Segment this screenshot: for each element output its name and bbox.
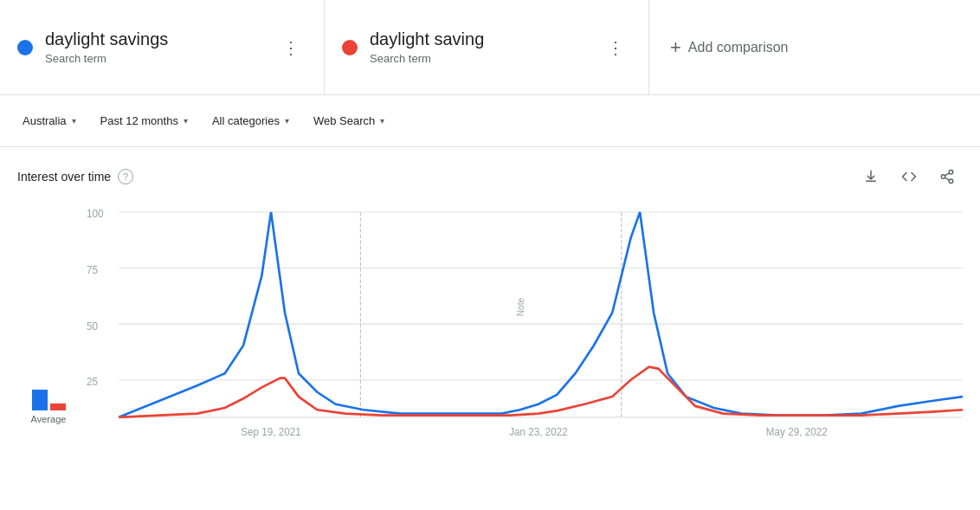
search-terms-bar: daylight savings Search term ⋮ daylight … [0,0,980,95]
term2-text: daylight saving Search term [370,29,588,65]
categories-chevron-icon: ▾ [285,116,289,126]
term1-menu-button[interactable]: ⋮ [275,32,306,63]
embed-icon [901,169,917,184]
blue-line [119,212,963,417]
search-term-1: daylight savings Search term ⋮ [0,0,325,94]
plus-icon: + [670,36,681,59]
term2-menu-button[interactable]: ⋮ [600,32,631,63]
y-label-75: 75 [87,264,98,275]
help-char: ? [123,171,128,182]
main-content: Interest over time ? [0,147,980,443]
red-line [119,367,963,417]
term1-name: daylight savings [45,29,263,49]
search-type-label: Web Search [313,114,375,127]
svg-line-3 [945,178,949,180]
x-label-sep2021: Sep 19, 2021 [241,426,301,437]
time-range-label: Past 12 months [100,114,178,127]
term2-dot [342,40,358,55]
categories-label: All categories [212,114,280,127]
filters-bar: Australia ▾ Past 12 months ▾ All categor… [0,95,980,147]
region-filter[interactable]: Australia ▾ [14,109,85,132]
chart-container: Average Note 100 75 50 25 [17,201,963,443]
term1-dot [17,40,33,55]
share-icon [939,169,955,184]
section-title-group: Interest over time ? [17,169,133,184]
term2-name: daylight saving [370,29,588,49]
avg-bars [32,384,66,410]
y-label-100: 100 [87,208,104,219]
time-chevron-icon: ▾ [184,116,188,126]
term1-type: Search term [45,52,263,65]
help-icon[interactable]: ? [118,169,133,184]
section-header: Interest over time ? [17,161,963,192]
time-range-filter[interactable]: Past 12 months ▾ [92,109,197,132]
chart-avg-legend: Average [17,384,87,443]
section-actions [855,161,963,192]
share-button[interactable] [932,161,963,192]
y-label-25: 25 [87,376,98,387]
x-label-jan2022: Jan 23, 2022 [509,426,568,437]
download-button[interactable] [855,161,887,192]
add-comparison-button[interactable]: + Add comparison [649,0,980,94]
embed-button[interactable] [893,161,925,192]
search-type-chevron-icon: ▾ [380,116,384,126]
avg-bar-red [50,403,66,410]
y-label-50: 50 [87,320,98,332]
search-type-filter[interactable]: Web Search ▾ [305,109,393,132]
region-chevron-icon: ▾ [72,116,76,126]
svg-line-4 [945,173,949,176]
categories-filter[interactable]: All categories ▾ [203,109,298,132]
avg-label: Average [31,414,67,424]
term2-type: Search term [370,52,588,65]
term1-text: daylight savings Search term [45,29,263,65]
download-icon [863,169,879,184]
avg-bar-blue [32,390,48,410]
add-comparison-label: Add comparison [688,40,789,55]
section-title: Interest over time [17,170,111,184]
x-label-may2022: May 29, 2022 [766,426,828,437]
chart-svg-wrapper: Note 100 75 50 25 Sep 19, 2021 Jan [87,201,963,443]
search-term-2: daylight saving Search term ⋮ [325,0,649,94]
region-label: Australia [23,114,67,127]
chart-svg: 100 75 50 25 Sep 19, 2021 Jan 23, 2022 M… [87,201,963,443]
